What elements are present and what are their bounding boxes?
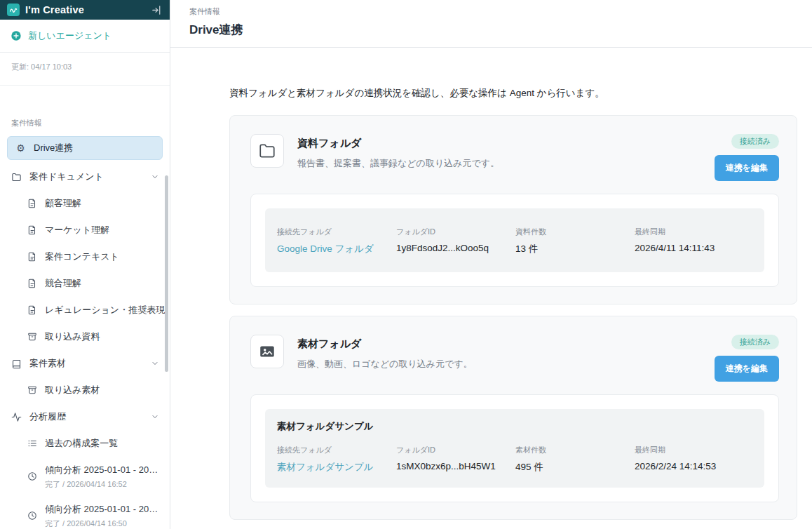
connection-detail-panel: 素材フォルダサンプル 接続先フォルダ 素材フォルダサンプル フォルダID 1sM… (265, 409, 764, 488)
sidebar-item-label: 傾向分析 2025-01-01 - 202... (45, 464, 159, 476)
folder-icon (250, 134, 284, 168)
sidebar-group-analysis-history[interactable]: 分析履歴 (0, 403, 170, 430)
status-badge: 接続済み (731, 335, 779, 349)
chevron-down-icon (151, 359, 159, 368)
doc-count-value: 13 件 (515, 243, 635, 255)
page-title: Drive連携 (189, 22, 812, 38)
file-icon (26, 252, 38, 262)
sidebar-item-label: レギュレーション・推奨表現 (45, 304, 165, 316)
activity-icon (11, 412, 22, 422)
sidebar-item-drive[interactable]: ⚙ Drive連携 (7, 136, 163, 160)
file-icon (26, 199, 38, 208)
edit-connection-button[interactable]: 連携を編集 (715, 356, 779, 382)
sidebar-item-past-drafts[interactable]: 過去の構成案一覧 (0, 430, 170, 457)
file-icon (26, 225, 38, 235)
card-title-block: 資料フォルダ 報告書、提案書、議事録などの取り込み元です。 (297, 134, 499, 181)
field-label: 最終同期 (635, 445, 716, 455)
archive-icon (26, 332, 38, 342)
sidebar-group-label: 案件ドキュメント (29, 170, 104, 183)
connection-detail-card: 素材フォルダサンプル 接続先フォルダ 素材フォルダサンプル フォルダID 1sM… (250, 394, 779, 502)
card-description: 報告書、提案書、議事録などの取り込み元です。 (297, 157, 499, 170)
main-area: 案件情報 Drive連携 資料フォルダと素材フォルダの連携状況を確認し、必要な操… (170, 0, 812, 529)
connected-folder-link[interactable]: 素材フォルダサンプル (277, 461, 396, 474)
sidebar-item-imported-docs[interactable]: 取り込み資料 (0, 323, 170, 350)
sidebar-scrollbar[interactable] (165, 175, 168, 372)
section-label-case-info: 案件情報 (0, 118, 170, 128)
sidebar-group-materials[interactable]: 案件素材 (0, 350, 170, 377)
field-last-sync: 最終同期 2026/2/24 14:14:53 (635, 445, 716, 474)
field-label: 素材件数 (515, 445, 635, 455)
intro-text: 資料フォルダと素材フォルダの連携状況を確認し、必要な操作は Agent から行い… (229, 87, 797, 100)
connection-detail-panel: 接続先フォルダ Google Drive フォルダ フォルダID 1y8Fdso… (265, 208, 764, 272)
sidebar-item-label: 取り込み素材 (45, 384, 100, 396)
fields-row: 接続先フォルダ 素材フォルダサンプル フォルダID 1sMX0bzx6p...b… (277, 445, 750, 474)
field-label: 接続先フォルダ (277, 445, 396, 455)
folder-icon (11, 172, 22, 182)
field-folder-id: フォルダID 1y8FdsodJ2...kOoo5q (396, 227, 515, 255)
list-icon (26, 438, 38, 448)
sidebar-nav: 案件情報 ⚙ Drive連携 案件ドキュメント 顧客理解 (0, 86, 170, 529)
sidebar-item-context[interactable]: 案件コンテキスト (0, 243, 170, 270)
new-agent-label: 新しいエージェント (28, 29, 111, 42)
field-label: フォルダID (396, 445, 515, 455)
app-title: I'm Creative (25, 4, 84, 15)
sidebar-item-sub: 完了 / 2026/04/14 16:52 (45, 479, 159, 490)
gear-icon: ⚙ (15, 143, 27, 153)
collapse-sidebar-icon[interactable] (151, 4, 163, 16)
book-icon (11, 359, 22, 369)
card-document-folder: 資料フォルダ 報告書、提案書、議事録などの取り込み元です。 接続済み 連携を編集… (229, 115, 797, 304)
sidebar-item-trend-analysis-1[interactable]: 傾向分析 2025-01-01 - 202... 完了 / 2026/04/14… (0, 457, 170, 496)
chevron-down-icon (151, 173, 159, 181)
sidebar-item-trend-analysis-2[interactable]: 傾向分析 2025-01-01 - 202... 完了 / 2026/04/14… (0, 496, 170, 529)
sidebar-item-label: 過去の構成案一覧 (45, 437, 118, 450)
sidebar-item-imported-materials[interactable]: 取り込み素材 (0, 377, 170, 403)
field-doc-count: 資料件数 13 件 (515, 227, 635, 255)
sidebar-item-text: 傾向分析 2025-01-01 - 202... 完了 / 2026/04/14… (45, 464, 159, 490)
card-header: 素材フォルダ 画像、動画、ロゴなどの取り込み元です。 接続済み 連携を編集 (250, 335, 779, 382)
sidebar-item-text: 傾向分析 2025-01-01 - 202... 完了 / 2026/04/14… (45, 503, 159, 529)
material-count-value: 495 件 (515, 461, 635, 474)
page-header: 案件情報 Drive連携 (170, 0, 812, 48)
status-badge: 接続済み (731, 134, 779, 149)
sidebar-group-documents[interactable]: 案件ドキュメント (0, 163, 170, 190)
connected-folder-link[interactable]: Google Drive フォルダ (277, 243, 396, 255)
field-material-count: 素材件数 495 件 (515, 445, 635, 474)
field-connected-folder: 接続先フォルダ 素材フォルダサンプル (277, 445, 396, 474)
sidebar-item-market[interactable]: マーケット理解 (0, 217, 170, 243)
chevron-down-icon (151, 413, 159, 421)
field-connected-folder: 接続先フォルダ Google Drive フォルダ (277, 227, 396, 255)
sidebar-item-label: 傾向分析 2025-01-01 - 202... (45, 503, 159, 516)
folder-id-value: 1y8FdsodJ2...kOoo5q (396, 243, 515, 253)
sidebar-item-regulation[interactable]: レギュレーション・推奨表現 (0, 297, 170, 323)
card-actions: 接続済み 連携を編集 (715, 134, 779, 181)
page-content: 資料フォルダと素材フォルダの連携状況を確認し、必要な操作は Agent から行い… (170, 48, 812, 529)
sidebar-item-competitor[interactable]: 競合理解 (0, 270, 170, 297)
sidebar-group-label: 案件素材 (29, 357, 66, 370)
fields-row: 接続先フォルダ Google Drive フォルダ フォルダID 1y8Fdso… (277, 227, 750, 255)
last-sync-value: 2026/4/11 14:11:43 (635, 243, 715, 253)
field-last-sync: 最終同期 2026/4/11 14:11:43 (635, 227, 715, 255)
new-agent-button[interactable]: 新しいエージェント (0, 20, 170, 53)
file-icon (26, 279, 38, 288)
image-icon (250, 335, 284, 368)
connection-detail-card: 接続先フォルダ Google Drive フォルダ フォルダID 1y8Fdso… (250, 194, 779, 287)
file-icon (26, 305, 38, 315)
field-label: 接続先フォルダ (277, 227, 396, 237)
sidebar-item-label: 取り込み資料 (45, 330, 100, 343)
breadcrumb: 案件情報 (189, 6, 812, 17)
updated-timestamp: 更新: 04/17 10:03 (0, 53, 170, 86)
app-root: I'm Creative 新しいエージェント 更新: 04/17 10:03 案… (0, 0, 812, 529)
edit-connection-button[interactable]: 連携を編集 (715, 155, 779, 181)
sidebar-item-customer[interactable]: 顧客理解 (0, 190, 170, 217)
field-label: 資料件数 (515, 227, 635, 237)
sidebar-header: I'm Creative (0, 0, 170, 20)
app-logo-icon (7, 4, 20, 16)
history-icon (26, 511, 38, 521)
last-sync-value: 2026/2/24 14:14:53 (635, 461, 716, 471)
field-folder-id: フォルダID 1sMX0bzx6p...bH45W1 (396, 445, 515, 474)
sidebar-item-label: マーケット理解 (45, 224, 109, 236)
sidebar-group-label: 分析履歴 (29, 410, 66, 423)
card-description: 画像、動画、ロゴなどの取り込み元です。 (297, 358, 473, 370)
sidebar-item-label: 顧客理解 (45, 197, 81, 210)
card-title: 素材フォルダ (297, 337, 473, 351)
